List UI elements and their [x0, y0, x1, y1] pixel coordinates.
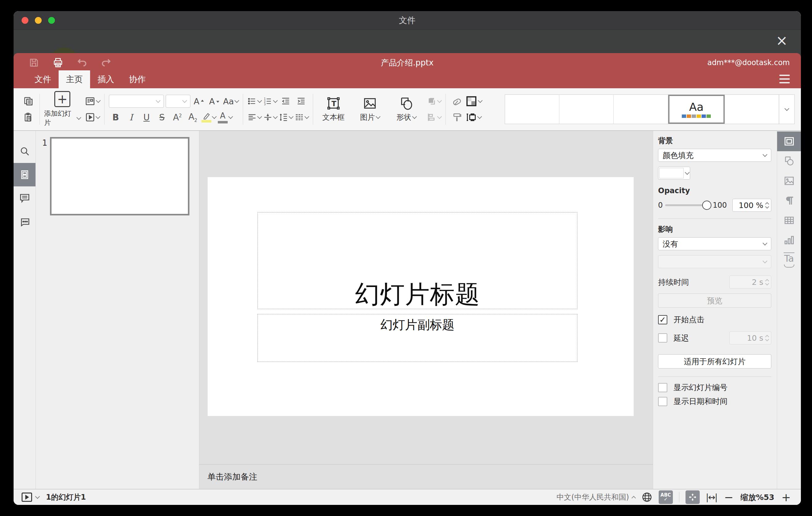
theme-gallery: Aa: [505, 94, 795, 124]
subscript-icon[interactable]: A2: [186, 111, 200, 124]
bold-icon[interactable]: B: [109, 111, 122, 124]
shape-settings-icon[interactable]: [777, 151, 801, 171]
spellcheck-icon[interactable]: ABC ✓: [659, 490, 673, 504]
opacity-slider[interactable]: [665, 204, 710, 206]
increase-font-icon[interactable]: A: [192, 94, 206, 108]
language-selector[interactable]: 中文(中华人民共和国): [556, 492, 635, 502]
close-traffic-light[interactable]: [22, 17, 28, 24]
theme-option[interactable]: [559, 95, 614, 124]
select-eraser-icon[interactable]: [450, 94, 464, 108]
numbered-list-icon[interactable]: 123: [263, 94, 277, 108]
superscript-icon[interactable]: A2: [171, 111, 184, 124]
paste-icon[interactable]: [22, 111, 35, 124]
opacity-value-spinner[interactable]: 100 %: [732, 199, 771, 212]
insert-shape-button[interactable]: 形状: [390, 96, 422, 122]
copy-icon[interactable]: [22, 94, 35, 108]
menu-icon[interactable]: [778, 74, 792, 85]
start-slideshow-icon[interactable]: [85, 111, 100, 124]
theme-option[interactable]: [614, 95, 668, 124]
screen: 文件 ×: [0, 0, 812, 516]
start-slideshow-status-icon[interactable]: [22, 492, 32, 502]
slide-thumbnail[interactable]: [50, 137, 190, 216]
strikethrough-icon[interactable]: S: [155, 111, 169, 124]
theme-option[interactable]: [505, 95, 559, 124]
insert-image-button[interactable]: 图片: [354, 96, 386, 122]
opacity-min-label: 0: [658, 201, 663, 209]
vertical-align-icon[interactable]: [263, 111, 277, 124]
slide-size-icon[interactable]: [466, 111, 481, 124]
svg-text:T: T: [331, 100, 336, 108]
theme-gallery-expand-icon[interactable]: [779, 95, 794, 124]
effect-select[interactable]: 没有: [658, 237, 771, 250]
image-settings-icon[interactable]: [777, 171, 801, 191]
start-on-click-checkbox[interactable]: ✓: [658, 315, 667, 324]
duration-spinner: 2 s: [729, 276, 771, 289]
minimize-traffic-light[interactable]: [35, 17, 42, 24]
notes-placeholder-text: 单击添加备注: [207, 471, 257, 482]
highlight-color-icon[interactable]: [201, 111, 216, 124]
opacity-max-label: 100: [713, 201, 727, 209]
delay-checkbox[interactable]: [658, 333, 667, 343]
tab-collaboration[interactable]: 协作: [121, 70, 153, 88]
subtitle-placeholder[interactable]: 幻灯片副标题: [257, 314, 578, 362]
insert-textbox-button[interactable]: T 文本框: [317, 96, 350, 122]
text-art-settings-icon[interactable]: Ta: [777, 250, 801, 270]
notes-area[interactable]: 单击添加备注: [199, 464, 653, 489]
table-settings-icon[interactable]: [777, 210, 801, 230]
tab-file[interactable]: 文件: [27, 70, 59, 88]
close-icon[interactable]: ×: [773, 32, 790, 49]
textbox-label: 文本框: [322, 112, 345, 122]
search-icon[interactable]: [13, 140, 35, 163]
zoom-in-icon[interactable]: +: [781, 491, 792, 504]
show-slide-number-checkbox[interactable]: [658, 383, 667, 392]
chat-icon[interactable]: [13, 210, 35, 233]
tab-insert[interactable]: 插入: [90, 70, 121, 88]
line-spacing-icon[interactable]: [279, 111, 293, 124]
paragraph-settings-icon[interactable]: [777, 191, 801, 210]
copy-style-icon[interactable]: [450, 111, 464, 124]
slide-layout-icon[interactable]: [85, 94, 100, 108]
fit-to-width-icon[interactable]: |↔|: [706, 492, 717, 503]
decrease-indent-icon[interactable]: [279, 94, 292, 108]
tab-home[interactable]: 主页: [59, 70, 90, 88]
theme-option[interactable]: [725, 95, 779, 124]
italic-icon[interactable]: I: [124, 111, 138, 124]
slide-settings-icon[interactable]: [777, 132, 801, 151]
show-date-time-checkbox[interactable]: [658, 397, 667, 406]
horizontal-align-icon[interactable]: [248, 111, 261, 124]
left-nav-strip: [13, 131, 36, 489]
add-slide-button[interactable]: + 添加幻灯片: [44, 91, 81, 127]
font-name-select[interactable]: [109, 95, 164, 108]
slide-canvas[interactable]: 幻灯片标题 幻灯片副标题: [208, 177, 634, 416]
app-window: 文件 ×: [13, 11, 801, 505]
opacity-slider-handle[interactable]: [702, 201, 712, 210]
bullet-list-icon[interactable]: [248, 94, 261, 108]
increase-indent-icon[interactable]: [294, 94, 308, 108]
zoom-out-icon[interactable]: −: [723, 491, 734, 504]
chart-settings-icon[interactable]: [777, 230, 801, 250]
slide-settings-panel: 背景 颜色填充 Opacity 0 100 100 %: [653, 131, 777, 489]
apply-to-all-slides-button[interactable]: 适用于所有幻灯片: [658, 354, 771, 369]
decrease-font-icon[interactable]: A: [208, 94, 221, 108]
slide-thumbnails-panel: 1: [36, 131, 199, 489]
fill-color-picker[interactable]: [658, 167, 690, 180]
spellcheck-language-icon[interactable]: [641, 492, 652, 503]
background-fill-select[interactable]: 颜色填充: [658, 149, 771, 162]
title-placeholder[interactable]: 幻灯片标题: [257, 212, 578, 309]
font-size-select[interactable]: [166, 95, 190, 108]
add-slide-icon: +: [54, 91, 70, 107]
theme-option-selected[interactable]: Aa: [668, 95, 725, 124]
maximize-traffic-light[interactable]: [48, 17, 55, 24]
font-color-icon[interactable]: A: [218, 111, 232, 124]
columns-icon[interactable]: [295, 111, 309, 124]
color-scheme-icon[interactable]: [466, 94, 482, 108]
slides-panel-icon[interactable]: [13, 163, 35, 187]
comments-icon[interactable]: [13, 187, 35, 210]
underline-icon[interactable]: U: [140, 111, 153, 124]
zoom-level: 缩放%53: [741, 492, 774, 503]
slideshow-options-chevron-icon[interactable]: [35, 494, 40, 499]
align-shape-icon: [427, 111, 441, 124]
fit-to-slide-icon[interactable]: [686, 490, 700, 504]
change-case-icon[interactable]: Aa: [223, 94, 238, 108]
dark-header-zone: ×: [13, 30, 801, 57]
